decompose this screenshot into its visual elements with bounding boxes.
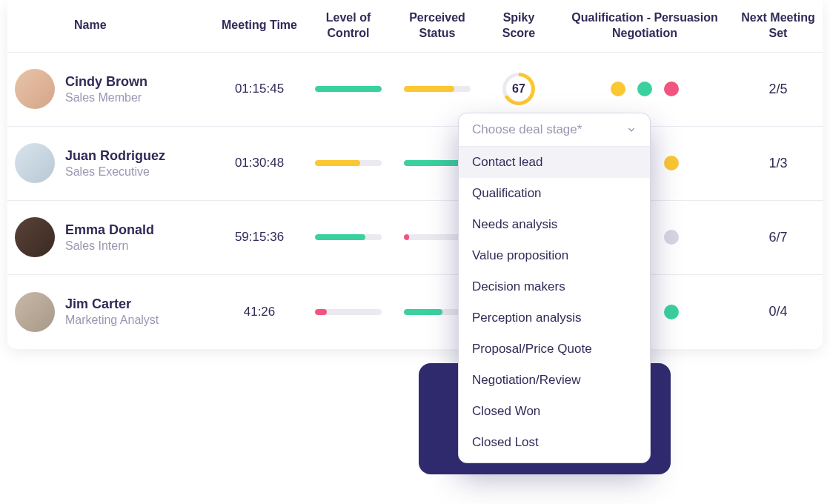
person-name[interactable]: Juan Rodriguez [65, 148, 165, 164]
status-dot [664, 230, 679, 245]
header-meeting-time: Meeting Time [215, 0, 304, 52]
header-spiky-score: Spiky Score [482, 0, 556, 52]
chevron-down-icon [626, 125, 637, 135]
table-row[interactable]: Jim CarterMarketing Analyst41:260/4 [7, 275, 823, 349]
header-name: Name [7, 0, 215, 52]
status-dot [611, 82, 625, 96]
person-name[interactable]: Jim Carter [65, 296, 159, 312]
header-level-control: Level of Control [304, 0, 393, 52]
level-of-control-bar [304, 86, 393, 92]
person-name[interactable]: Emma Donald [65, 222, 154, 238]
level-of-control-bar [304, 160, 393, 166]
meeting-time: 01:30:48 [215, 156, 304, 170]
dropdown-option[interactable]: Qualification [459, 178, 650, 209]
table-row[interactable]: Juan RodriguezSales Executive01:30:481/3 [7, 127, 823, 201]
level-of-control-bar [304, 234, 393, 240]
status-dot [664, 305, 679, 319]
next-meeting-set: 6/7 [734, 230, 823, 245]
table-row[interactable]: Emma DonaldSales Intern59:15:366/7 [7, 201, 823, 275]
meeting-time: 01:15:45 [215, 82, 304, 96]
dropdown-trigger[interactable]: Choose deal stage* [459, 113, 650, 147]
status-dot [637, 82, 652, 96]
name-cell: Juan RodriguezSales Executive [7, 143, 215, 183]
table-header-row: Name Meeting Time Level of Control Perce… [7, 0, 823, 53]
dropdown-option[interactable]: Decision makers [459, 271, 650, 302]
next-meeting-set: 1/3 [734, 156, 823, 171]
dropdown-option[interactable]: Closed Won [459, 396, 650, 427]
level-of-control-bar [304, 309, 393, 315]
sales-table: Name Meeting Time Level of Control Perce… [7, 0, 823, 349]
qpn-dots [556, 82, 734, 96]
dropdown-list: Contact leadQualificationNeeds analysisV… [459, 147, 650, 462]
header-next-meeting: Next Meeting Set [734, 0, 823, 52]
header-qpn: Qualification - Persuasion Negotiation [556, 0, 734, 52]
status-dot [664, 82, 679, 96]
person-role: Sales Executive [65, 165, 165, 179]
dropdown-option[interactable]: Proposal/Price Quote [459, 334, 650, 365]
avatar[interactable] [15, 69, 55, 109]
next-meeting-set: 2/5 [734, 82, 823, 97]
person-role: Marketing Analyst [65, 314, 159, 327]
name-cell: Jim CarterMarketing Analyst [7, 292, 215, 332]
dropdown-option[interactable]: Contact lead [459, 147, 650, 178]
name-cell: Cindy BrownSales Member [7, 69, 215, 109]
person-role: Sales Intern [65, 239, 154, 253]
deal-stage-dropdown[interactable]: Choose deal stage* Contact leadQualifica… [458, 113, 651, 463]
avatar[interactable] [15, 143, 55, 183]
avatar[interactable] [15, 292, 55, 332]
dropdown-option[interactable]: Negotiation/Review [459, 365, 650, 396]
avatar[interactable] [15, 217, 55, 257]
meeting-time: 59:15:36 [215, 230, 304, 245]
dropdown-option[interactable]: Closed Lost [459, 427, 650, 458]
spiky-score-cell: 67 [482, 73, 556, 105]
next-meeting-set: 0/4 [734, 304, 823, 319]
spiky-score-value: 67 [512, 82, 525, 96]
table-row[interactable]: Cindy BrownSales Member01:15:45672/5 [7, 53, 823, 127]
dropdown-option[interactable]: Perception analysis [459, 302, 650, 334]
dropdown-option[interactable]: Needs analysis [459, 209, 650, 240]
spiky-score-ring: 67 [502, 73, 535, 105]
meeting-time: 41:26 [215, 305, 304, 319]
dropdown-placeholder: Choose deal stage* [472, 122, 582, 137]
dropdown-option[interactable]: Value proposition [459, 240, 650, 271]
header-perceived-status: Perceived Status [393, 0, 482, 52]
name-cell: Emma DonaldSales Intern [7, 217, 215, 257]
person-name[interactable]: Cindy Brown [65, 74, 147, 90]
person-role: Sales Member [65, 91, 147, 105]
perceived-status-bar [393, 86, 482, 92]
status-dot [664, 156, 679, 170]
